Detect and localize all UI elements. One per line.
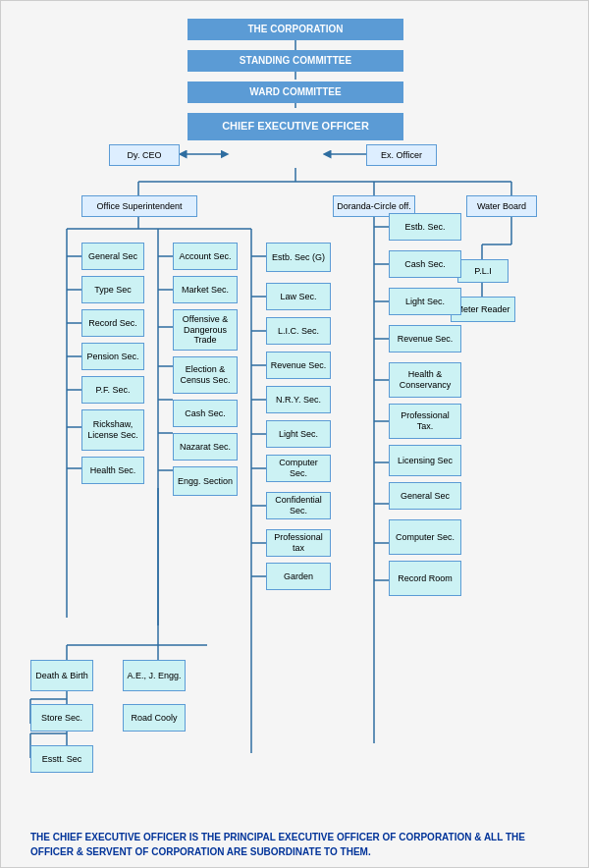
road-cooly-box: Road Cooly bbox=[123, 704, 186, 732]
pension-sec-box: Pension Sec. bbox=[81, 343, 144, 370]
law-sec-box: Law Sec. bbox=[266, 283, 331, 310]
garden-box: Garden bbox=[266, 563, 331, 590]
death-birth-box: Death & Birth bbox=[30, 660, 93, 691]
revenue-sec-doranda-box: Revenue Sec. bbox=[389, 325, 461, 353]
water-board-box: Water Board bbox=[466, 195, 537, 217]
pli-box: P.L.I bbox=[457, 259, 509, 283]
type-sec-box: Type Sec bbox=[81, 276, 144, 303]
record-room-box: Record Room bbox=[389, 561, 461, 596]
health-conservancy-box: Health & Conservancy bbox=[389, 362, 461, 398]
page: THE CORPORATION STANDING COMMITTEE WARD … bbox=[0, 0, 589, 868]
computer-sec-doranda-box: Computer Sec. bbox=[389, 519, 461, 555]
general-sec-doranda-box: General Sec bbox=[389, 482, 461, 510]
lic-sec-box: L.I.C. Sec. bbox=[266, 317, 331, 345]
health-sec-box: Health Sec. bbox=[81, 457, 144, 484]
offensive-trade-box: Offensive & Dangerous Trade bbox=[173, 309, 238, 351]
ward-committee-box: WARD COMMITTEE bbox=[187, 81, 403, 103]
prof-tax-col3-box: Professional tax bbox=[266, 529, 331, 557]
footer-text: THE CHIEF EXECUTIVE OFFICER IS THE PRINC… bbox=[21, 830, 568, 859]
licensing-sec-box: Licensing Sec bbox=[389, 445, 461, 476]
ae-engg-box: A.E., J. Engg. bbox=[123, 660, 186, 691]
general-sec-box: General Sec bbox=[81, 243, 144, 270]
pf-sec-box: P.F. Sec. bbox=[81, 376, 144, 404]
prof-tax-doranda-box: Professional Tax. bbox=[389, 404, 461, 439]
esstt-sec-box: Esstt. Sec bbox=[30, 745, 93, 773]
cash-sec-doranda-box: Cash Sec. bbox=[389, 250, 461, 278]
light-sec-col3-box: Light Sec. bbox=[266, 420, 331, 448]
ceo-box: CHIEF EXECUTIVE OFFICER bbox=[187, 113, 403, 140]
election-sec-box: Election & Census Sec. bbox=[173, 356, 238, 394]
revenue-sec-col3-box: Revenue Sec. bbox=[266, 352, 331, 379]
estb-sec-doranda-box: Estb. Sec. bbox=[389, 213, 461, 241]
corporation-box: THE CORPORATION bbox=[187, 19, 403, 40]
office-sup-box: Office Superintendent bbox=[81, 195, 197, 217]
market-sec-box: Market Sec. bbox=[173, 276, 238, 303]
confidential-sec-box: Confidential Sec. bbox=[266, 492, 331, 519]
ex-officer-box: Ex. Officer bbox=[366, 144, 437, 166]
light-sec-doranda-box: Light Sec. bbox=[389, 288, 461, 315]
record-sec-box: Record Sec. bbox=[81, 309, 144, 337]
nry-sec-box: N.R.Y. Sec. bbox=[266, 386, 331, 413]
rickshaw-sec-box: Rickshaw, License Sec. bbox=[81, 409, 144, 451]
standing-committee-box: STANDING COMMITTEE bbox=[187, 50, 403, 72]
account-sec-box: Account Sec. bbox=[173, 243, 238, 270]
estb-sec-g-box: Estb. Sec (G) bbox=[266, 243, 331, 272]
dy-ceo-box: Dy. CEO bbox=[109, 144, 180, 166]
nazarat-sec-box: Nazarat Sec. bbox=[173, 433, 238, 461]
cash-sec-col2-box: Cash Sec. bbox=[173, 400, 238, 427]
store-sec-box: Store Sec. bbox=[30, 704, 93, 732]
engg-section-box: Engg. Section bbox=[173, 466, 238, 496]
computer-sec-col3-box: Computer Sec. bbox=[266, 455, 331, 482]
